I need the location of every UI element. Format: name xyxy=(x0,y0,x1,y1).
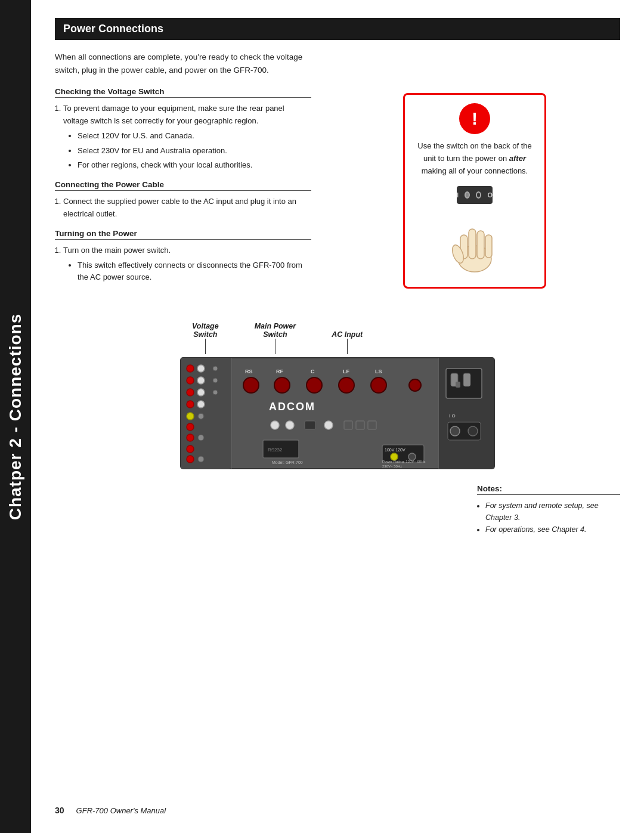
svg-point-21 xyxy=(187,423,194,431)
svg-point-61 xyxy=(450,426,460,436)
svg-rect-4 xyxy=(485,235,492,258)
svg-text:Model: GFR-700: Model: GFR-700 xyxy=(272,460,303,465)
section-power-on: Turning on the Power Turn on the main po… xyxy=(55,229,311,284)
switch-label-i: I xyxy=(457,191,459,199)
warning-box: ! Use the switch on the back of the unit… xyxy=(403,93,546,288)
svg-point-9 xyxy=(197,365,205,372)
instructions-column: Checking the Voltage Switch To prevent d… xyxy=(55,87,311,292)
voltage-switch-list: To prevent damage to your equipment, mak… xyxy=(63,103,311,172)
callout-voltage: VoltageSwitch xyxy=(192,322,219,354)
bullet-item: Select 120V for U.S. and Canada. xyxy=(78,130,311,143)
svg-point-10 xyxy=(213,366,218,371)
callout-label: AC Input xyxy=(332,330,363,339)
svg-rect-2 xyxy=(469,229,476,259)
callout-label: Main PowerSwitch xyxy=(255,322,296,339)
svg-text:I      O: I O xyxy=(449,413,456,419)
switch-label-o: O xyxy=(487,191,493,199)
list-item: Turn on the main power switch. This swit… xyxy=(63,244,311,284)
svg-text:230V~ 50Hz: 230V~ 50Hz xyxy=(382,465,402,468)
power-on-bullets: This switch effectively connects or disc… xyxy=(78,259,311,284)
svg-point-26 xyxy=(198,456,204,462)
notes-heading: Notes: xyxy=(477,484,620,495)
svg-point-29 xyxy=(243,377,259,393)
callout-line xyxy=(205,339,206,354)
bullet-item: For other regions, check with your local… xyxy=(78,159,311,172)
svg-point-8 xyxy=(187,365,194,372)
power-on-list: Turn on the main power switch. This swit… xyxy=(63,244,311,284)
callout-mainpower: Main PowerSwitch xyxy=(255,322,296,354)
warning-text-bold-italic: after xyxy=(509,154,526,163)
svg-point-43 xyxy=(324,421,333,429)
note-item-2: For operations, see Chapter 4. xyxy=(485,524,620,535)
svg-point-24 xyxy=(187,445,194,453)
svg-point-40 xyxy=(271,421,279,429)
svg-point-20 xyxy=(198,413,204,419)
svg-point-17 xyxy=(187,401,194,408)
page-footer: 30 GFR-700 Owner's Manual xyxy=(55,794,620,815)
power-cable-list: Connect the supplied power cable to the … xyxy=(63,196,311,221)
list-item: Connect the supplied power cable to the … xyxy=(63,196,311,221)
svg-text:LS: LS xyxy=(375,368,382,374)
svg-point-62 xyxy=(468,426,478,436)
notes-section: Notes: For system and remote setup, see … xyxy=(477,484,620,535)
svg-point-35 xyxy=(339,377,354,393)
heading-power-on: Turning on the Power xyxy=(55,229,311,240)
callout-acinput: AC Input xyxy=(332,330,363,354)
svg-rect-46 xyxy=(368,421,376,429)
manual-title: GFR-700 Owner's Manual xyxy=(76,806,166,815)
heading-power-cable: Connecting the Power Cable xyxy=(55,180,311,191)
svg-point-11 xyxy=(187,377,194,384)
bottom-row: Notes: For system and remote setup, see … xyxy=(55,478,620,535)
exclamation-mark: ! xyxy=(472,110,478,128)
svg-text:C: C xyxy=(311,368,315,374)
svg-point-16 xyxy=(213,390,218,395)
svg-rect-3 xyxy=(477,231,484,259)
callout-line xyxy=(275,339,275,354)
svg-rect-58 xyxy=(456,382,460,388)
switch-dot-right xyxy=(476,191,481,199)
bullet-item: Select 230V for EU and Australia operati… xyxy=(78,145,311,157)
device-svg-wrapper: RS RF C LF LS ADCOM xyxy=(55,357,620,470)
svg-point-19 xyxy=(187,413,194,420)
diagram-section: VoltageSwitch Main PowerSwitch AC Input xyxy=(55,322,620,535)
svg-point-37 xyxy=(371,377,386,393)
section-power-cable: Connecting the Power Cable Connect the s… xyxy=(55,180,311,221)
svg-point-31 xyxy=(274,377,290,393)
sidebar-label: Chatper 2 - Connections xyxy=(6,313,25,520)
svg-point-13 xyxy=(213,378,218,383)
bullet-item: This switch effectively connects or disc… xyxy=(78,259,311,284)
callout-label: VoltageSwitch xyxy=(192,322,219,339)
intro-paragraph: When all connections are complete, you'r… xyxy=(55,51,311,76)
svg-point-22 xyxy=(187,434,194,441)
svg-point-12 xyxy=(197,377,205,384)
callout-line xyxy=(347,339,348,354)
main-content: Power Connections When all connections a… xyxy=(31,0,644,833)
svg-text:LF: LF xyxy=(343,368,349,374)
svg-rect-45 xyxy=(356,421,364,429)
heading-voltage-switch: Checking the Voltage Switch xyxy=(55,87,311,98)
sidebar: Chatper 2 - Connections xyxy=(0,0,31,833)
switch-dot-left xyxy=(465,191,470,199)
notes-list: For system and remote setup, see Chapter… xyxy=(485,500,620,535)
hand-illustration xyxy=(445,211,504,278)
svg-point-25 xyxy=(187,456,194,463)
svg-text:ADCOM: ADCOM xyxy=(269,401,315,413)
svg-text:RS232: RS232 xyxy=(268,447,283,453)
svg-point-41 xyxy=(286,421,294,429)
svg-point-15 xyxy=(197,389,205,396)
svg-point-14 xyxy=(187,389,194,396)
svg-point-38 xyxy=(409,379,421,391)
svg-rect-57 xyxy=(463,373,470,386)
svg-text:RF: RF xyxy=(276,368,283,374)
page-number: 30 xyxy=(55,806,64,815)
warning-text: Use the switch on the back of the unit t… xyxy=(414,140,535,177)
warning-icon: ! xyxy=(459,103,490,134)
section-title-bar: Power Connections xyxy=(55,18,620,40)
power-switch-illustration: I O xyxy=(414,186,535,278)
svg-point-18 xyxy=(197,401,205,408)
svg-rect-44 xyxy=(344,421,352,429)
section-title: Power Connections xyxy=(63,23,163,35)
section-voltage-switch: Checking the Voltage Switch To prevent d… xyxy=(55,87,311,172)
body-columns: Checking the Voltage Switch To prevent d… xyxy=(55,87,620,292)
svg-point-23 xyxy=(198,435,204,441)
